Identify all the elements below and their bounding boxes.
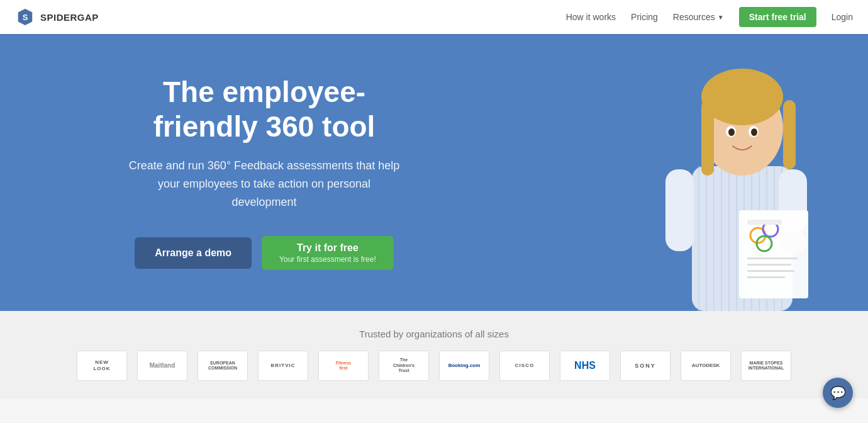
svg-point-22 [728,128,735,136]
svg-rect-6 [721,166,722,311]
free-trial-button[interactable]: Try it for free Your first assessment is… [262,236,394,270]
logo-maitland: Maitland [137,351,187,381]
brand-logo[interactable]: S Spidergap [15,7,99,27]
brand-name: Spidergap [40,12,99,23]
svg-rect-3 [698,166,699,311]
nav-resources[interactable]: Resources ▼ [673,12,724,22]
logo-cisco: CISCO [499,351,550,381]
nav-pricing[interactable]: Pricing [631,12,658,22]
lower-section: Clearer feedback reports [0,398,868,423]
logo-nhs: NHS [560,351,610,381]
logos-row: NEWLOOK Maitland EUROPEANCOMMISSION BRIT… [25,351,843,381]
logo-booking: Booking.com [439,351,489,381]
arrange-demo-button[interactable]: Arrange a demo [135,237,252,269]
navbar-right: How it works Pricing Resources ▼ Start f… [566,7,853,27]
logo-britvic: BRITVIC [258,351,308,381]
logo-fitness: Fitnessfirst [318,351,369,381]
start-trial-button[interactable]: Start free trial [739,7,816,27]
chevron-down-icon: ▼ [718,14,724,21]
svg-rect-4 [706,166,707,311]
chat-bubble-button[interactable]: 💬 [823,378,853,408]
hero-title: The employee-friendly 360 tool [126,75,403,144]
svg-rect-18 [701,100,714,176]
svg-rect-34 [747,276,785,278]
hero-subtitle: Create and run 360° Feedback assessments… [126,157,403,211]
svg-rect-7 [728,166,730,311]
hero-content: The employee-friendly 360 tool Create an… [0,37,440,308]
logo-sony: SONY [620,351,670,381]
logo-marie: MARIE STOPESINTERNATIONAL [741,351,791,381]
logo-childrens-trust: TheChildren'sTrust [379,351,429,381]
logo-autodesk: AUTODESK [681,351,731,381]
trusted-section: Trusted by organizations of all sizes NE… [0,311,868,398]
svg-rect-31 [747,257,798,259]
logo-eu: EUROPEANCOMMISSION [198,351,248,381]
svg-rect-35 [747,220,782,225]
nav-how-it-works[interactable]: How it works [566,12,616,22]
spidergap-logo-icon: S [15,7,35,27]
svg-rect-32 [747,264,791,266]
navbar: S Spidergap How it works Pricing Resourc… [0,0,868,34]
chat-icon: 💬 [830,385,846,400]
svg-rect-33 [747,270,794,272]
free-trial-label: Try it for free [297,242,359,254]
svg-rect-5 [713,166,715,311]
free-trial-sublabel: Your first assessment is free! [279,255,376,264]
hero-section: The employee-friendly 360 tool Create an… [0,34,868,311]
svg-point-23 [751,128,757,136]
logo-new-look: NEWLOOK [77,351,127,381]
trusted-title: Trusted by organizations of all sizes [25,329,843,339]
svg-rect-8 [736,166,737,311]
svg-rect-19 [783,100,796,169]
hero-image [604,34,868,311]
login-link[interactable]: Login [832,12,853,22]
svg-text:S: S [23,13,28,22]
hero-buttons: Arrange a demo Try it for free Your firs… [126,236,403,270]
hero-person-svg [629,40,843,311]
svg-rect-24 [665,169,694,251]
